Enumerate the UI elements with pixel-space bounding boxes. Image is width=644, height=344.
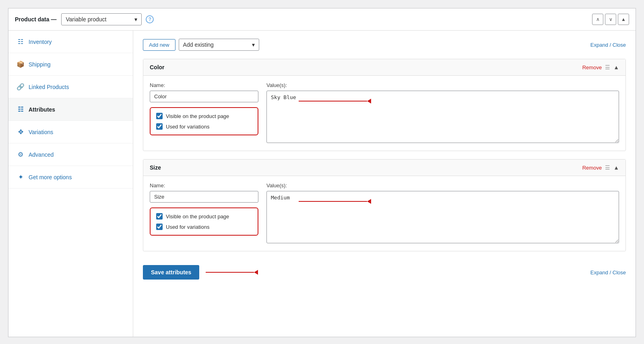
expand-button[interactable]: ▲ bbox=[618, 14, 629, 25]
attribute-title-size: Size bbox=[150, 164, 161, 171]
sidebar-label-variations: Variations bbox=[29, 129, 53, 135]
sidebar-label-inventory: Inventory bbox=[29, 39, 52, 45]
variations-checkbox-color[interactable] bbox=[156, 123, 163, 130]
sidebar-item-get-more-options[interactable]: ✦ Get more options bbox=[8, 166, 133, 189]
product-data-header: Product data — Variable product ▾ ? ∧ ∨ … bbox=[8, 8, 636, 31]
name-input-color[interactable] bbox=[150, 91, 258, 102]
remove-color-link[interactable]: Remove bbox=[582, 64, 602, 70]
collapse-up-button[interactable]: ∧ bbox=[592, 14, 603, 25]
visible-checkbox-row-size[interactable]: Visible on the product page bbox=[156, 213, 252, 220]
sidebar-item-linked-products[interactable]: 🔗 Linked Products bbox=[8, 76, 133, 98]
expand-close-bottom-link[interactable]: Expand / Close bbox=[590, 269, 626, 276]
toolbar-left: Add new Add existing ▾ bbox=[143, 39, 259, 51]
sidebar-label-attributes: Attributes bbox=[29, 106, 55, 113]
attributes-icon: ☷ bbox=[17, 106, 25, 113]
visible-checkbox-size[interactable] bbox=[156, 213, 163, 220]
main-layout: ☷ Inventory 📦 Shipping 🔗 Linked Products… bbox=[8, 31, 636, 337]
visible-label-size: Visible on the product page bbox=[166, 213, 229, 220]
drag-handle-icon-size[interactable]: ☰ bbox=[605, 164, 610, 171]
chevron-down-icon: ▾ bbox=[134, 16, 137, 23]
attr-left-color: Name: Visible on the product page Used f… bbox=[150, 82, 258, 144]
attribute-header-color: Color Remove ☰ ▲ bbox=[143, 59, 625, 76]
save-arrow bbox=[206, 270, 258, 275]
values-label-color: Value(s): bbox=[266, 82, 619, 88]
attr-right-size: Value(s): Medium bbox=[266, 182, 619, 245]
sidebar-item-variations[interactable]: ✥ Variations bbox=[8, 121, 133, 143]
attribute-section-size: Size Remove ☰ ▲ Name: Visib bbox=[143, 159, 626, 251]
sidebar: ☷ Inventory 📦 Shipping 🔗 Linked Products… bbox=[8, 31, 133, 337]
save-attributes-button[interactable]: Save attributes bbox=[143, 265, 199, 280]
add-existing-dropdown[interactable]: Add existing ▾ bbox=[179, 39, 259, 51]
sidebar-label-advanced: Advanced bbox=[29, 151, 54, 158]
values-textarea-size[interactable]: Medium bbox=[266, 191, 619, 243]
sidebar-item-advanced[interactable]: ⚙ Advanced bbox=[8, 143, 133, 166]
values-label-size: Value(s): bbox=[266, 182, 619, 189]
sidebar-item-inventory[interactable]: ☷ Inventory bbox=[8, 31, 133, 53]
sidebar-label-linked-products: Linked Products bbox=[29, 84, 69, 90]
variations-checkbox-size[interactable] bbox=[156, 224, 163, 230]
variations-checkbox-row-size[interactable]: Used for variations bbox=[156, 224, 252, 230]
collapse-down-button[interactable]: ∨ bbox=[605, 14, 616, 25]
value-wrapper-size: Medium bbox=[266, 191, 619, 245]
variations-icon: ✥ bbox=[17, 128, 25, 136]
visible-checkbox-color[interactable] bbox=[156, 113, 163, 119]
variations-label-size: Used for variations bbox=[166, 224, 209, 230]
collapse-color-icon[interactable]: ▲ bbox=[613, 64, 619, 70]
checkbox-group-color: Visible on the product page Used for var… bbox=[150, 107, 258, 135]
shipping-icon: 📦 bbox=[17, 60, 25, 68]
attribute-body-color: Name: Visible on the product page Used f… bbox=[143, 76, 625, 151]
visible-label-color: Visible on the product page bbox=[166, 113, 229, 119]
inventory-icon: ☷ bbox=[17, 38, 25, 46]
content-area: Add new Add existing ▾ Expand / Close Co… bbox=[133, 31, 636, 337]
remove-size-link[interactable]: Remove bbox=[582, 165, 602, 171]
checkbox-group-size: Visible on the product page Used for var… bbox=[150, 207, 258, 236]
attribute-title-color: Color bbox=[150, 64, 165, 70]
advanced-icon: ⚙ bbox=[17, 151, 25, 158]
save-arrow-head bbox=[254, 270, 258, 275]
dropdown-chevron-icon: ▾ bbox=[252, 41, 255, 48]
attribute-header-actions-size: Remove ☰ ▲ bbox=[582, 164, 619, 171]
sidebar-label-get-more: Get more options bbox=[29, 174, 72, 180]
help-icon[interactable]: ? bbox=[146, 15, 154, 23]
product-type-dropdown[interactable]: Variable product ▾ bbox=[61, 13, 142, 25]
attr-left-size: Name: Visible on the product page Used f… bbox=[150, 182, 258, 245]
link-icon: 🔗 bbox=[17, 83, 25, 91]
expand-close-top-link[interactable]: Expand / Close bbox=[590, 42, 626, 48]
name-input-size[interactable] bbox=[150, 191, 258, 203]
save-area-left: Save attributes bbox=[143, 265, 258, 280]
drag-handle-icon-color[interactable]: ☰ bbox=[605, 64, 610, 70]
name-label-color: Name: bbox=[150, 82, 258, 88]
sidebar-item-attributes[interactable]: ☷ Attributes bbox=[8, 98, 133, 121]
attribute-header-size: Size Remove ☰ ▲ bbox=[143, 160, 625, 176]
add-existing-placeholder: Add existing bbox=[183, 41, 214, 48]
sidebar-label-shipping: Shipping bbox=[29, 61, 51, 68]
save-arrow-line bbox=[206, 272, 254, 273]
attribute-section-color: Color Remove ☰ ▲ Name: Visi bbox=[143, 59, 626, 151]
collapse-size-icon[interactable]: ▲ bbox=[613, 164, 619, 171]
header-controls: ∧ ∨ ▲ bbox=[592, 14, 629, 25]
variations-label-color: Used for variations bbox=[166, 124, 209, 130]
add-new-button[interactable]: Add new bbox=[143, 39, 175, 51]
save-area: Save attributes Expand / Close bbox=[143, 261, 626, 280]
sidebar-item-shipping[interactable]: 📦 Shipping bbox=[8, 53, 133, 76]
attribute-header-actions-color: Remove ☰ ▲ bbox=[582, 64, 619, 70]
product-data-label: Product data — bbox=[15, 16, 56, 23]
product-type-value: Variable product bbox=[66, 16, 106, 23]
attr-right-color: Value(s): Sky Blue bbox=[266, 82, 619, 144]
values-textarea-color[interactable]: Sky Blue bbox=[266, 91, 619, 143]
visible-checkbox-row-color[interactable]: Visible on the product page bbox=[156, 113, 252, 119]
name-label-size: Name: bbox=[150, 182, 258, 189]
value-wrapper-color: Sky Blue bbox=[266, 91, 619, 144]
attribute-body-size: Name: Visible on the product page Used f… bbox=[143, 176, 625, 251]
top-toolbar: Add new Add existing ▾ Expand / Close bbox=[143, 39, 626, 51]
variations-checkbox-row-color[interactable]: Used for variations bbox=[156, 123, 252, 130]
star-icon: ✦ bbox=[17, 173, 25, 181]
